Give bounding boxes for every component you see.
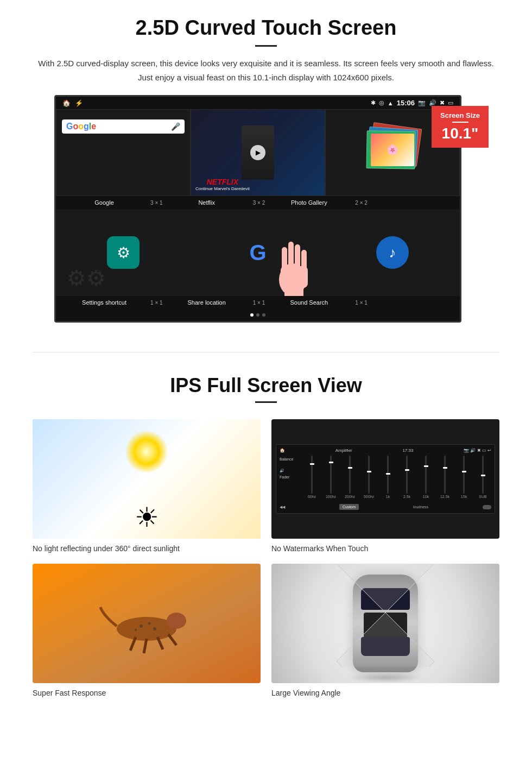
svg-point-15 [153, 627, 156, 630]
app-grid-bottom: ⚙ ⚙⚙ G [56, 209, 460, 296]
google-search-bar[interactable]: Google 🎤 [62, 119, 185, 134]
amp-bar-thumb-3[interactable] [348, 467, 352, 469]
google-g-icon: G [249, 241, 266, 265]
amp-bar-track-7 [425, 456, 427, 494]
amp-bar-thumb-8[interactable] [443, 467, 447, 469]
amp-bars: 60hz 100hz 200hz [303, 455, 491, 499]
sunlight-label: No light reflecting under 360° direct su… [33, 544, 261, 553]
netflix-logo: NETFLIX [195, 178, 250, 186]
settings-ghost-icons: ⚙⚙ [67, 266, 106, 291]
sun-rays [125, 430, 168, 474]
curved-screen-section: 2.5D Curved Touch Screen With 2.5D curve… [0, 0, 532, 336]
amp-fader-label: Fader [280, 475, 301, 479]
amp-footer: ◀◀ Custom loudness [280, 504, 491, 510]
amp-bar-200hz: 200hz [341, 456, 358, 499]
gallery-stack: 🌸 [365, 125, 420, 180]
svg-point-14 [148, 622, 151, 625]
page-dot-1[interactable] [250, 313, 254, 317]
feature-cheetah: Super Fast Response [33, 564, 261, 697]
google-logo: Google [66, 122, 96, 131]
play-button[interactable]: ▶ [250, 145, 265, 160]
settings-app-size: 1 × 1 [150, 300, 163, 306]
sunlight-image: ☀ [33, 419, 261, 539]
svg-line-10 [144, 639, 147, 653]
amp-ui: 🏠 Amplifier 17:33 📷 🔊 ✖ ▭ ↩ Balance 🔊 Fa… [276, 444, 495, 514]
amplifier-image: 🏠 Amplifier 17:33 📷 🔊 ✖ ▭ ↩ Balance 🔊 Fa… [271, 419, 499, 539]
amp-bar-thumb-10[interactable] [481, 475, 485, 476]
amp-bar-thumb-5[interactable] [386, 473, 390, 475]
feature-amplifier: 🏠 Amplifier 17:33 📷 🔊 ✖ ▭ ↩ Balance 🔊 Fa… [271, 419, 499, 553]
page-dots [56, 309, 460, 321]
settings-app-cell[interactable]: ⚙ ⚙⚙ [56, 209, 191, 296]
svg-rect-6 [284, 285, 303, 296]
badge-title: Screen Size [440, 111, 480, 119]
sun-flare: ☀ [135, 502, 159, 533]
amp-main: Balance 🔊 Fader 60hz 100hz [280, 455, 491, 504]
amp-back-icon: ◀◀ [280, 505, 285, 509]
device-screen: 🏠 ⚡ ✱ ◎ ▲ 15:06 📷 🔊 ✖ ▭ [54, 95, 461, 323]
share-location-cell[interactable]: G [191, 209, 325, 296]
status-bar: 🏠 ⚡ ✱ ◎ ▲ 15:06 📷 🔊 ✖ ▭ [56, 97, 460, 109]
device-mockup: Screen Size 10.1" 🏠 ⚡ ✱ ◎ ▲ 15:06 📷 🔊 ✖ [54, 95, 478, 323]
amp-bar-500hz: 500hz [360, 456, 377, 499]
usb-icon: ⚡ [75, 99, 83, 107]
amp-bar-thumb-4[interactable] [367, 471, 371, 472]
cheetah-svg [92, 591, 201, 656]
ips-section: IPS Full Screen View ☀ No light reflecti… [0, 369, 532, 714]
amp-speaker-icon: 🔊 [280, 469, 301, 473]
page-dot-3[interactable] [262, 313, 265, 317]
app-labels-top: Google 3 × 1 Netflix 3 × 2 Photo Gallery… [56, 196, 460, 209]
google-app-label: Google [60, 199, 148, 206]
badge-size: 10.1" [440, 125, 480, 142]
amp-bar-track-10 [482, 456, 484, 494]
status-bar-left: 🏠 ⚡ [62, 99, 83, 107]
location-icon: ◎ [379, 99, 384, 106]
netflix-subtitle: Continue Marvel's Daredevil [195, 186, 250, 191]
section1-title: 2.5D Curved Touch Screen [33, 16, 499, 40]
amp-bar-track-9 [463, 456, 465, 494]
amp-time: 17:33 [402, 448, 413, 453]
amp-bar-thumb-9[interactable] [462, 471, 466, 472]
amp-bar-1k: 1k [379, 456, 396, 499]
amp-bar-track-8 [444, 456, 446, 494]
amp-side-labels: Balance 🔊 Fader [280, 455, 301, 504]
cheetah-label: Super Fast Response [33, 689, 261, 697]
amp-loudness-toggle[interactable] [483, 505, 491, 509]
car-label: Large Viewing Angle [271, 689, 499, 697]
amp-bar-track-3 [349, 456, 351, 494]
section2-underline [255, 401, 277, 403]
amp-header: 🏠 Amplifier 17:33 📷 🔊 ✖ ▭ ↩ [280, 448, 491, 453]
page-dot-2[interactable] [256, 313, 259, 317]
bluetooth-icon: ✱ [371, 99, 376, 106]
amp-bar-100hz: 100hz [322, 456, 339, 499]
gallery-main-image: 🌸 [371, 134, 414, 166]
amp-bar-track-4 [368, 456, 370, 494]
svg-rect-5 [281, 266, 308, 288]
section-divider [33, 352, 499, 352]
cheetah-image [33, 564, 261, 683]
home-icon[interactable]: 🏠 [62, 99, 71, 107]
amp-bar-sub: SUB [474, 456, 491, 499]
signal-icon: ▲ [388, 100, 394, 106]
amp-bar-thumb-1[interactable] [310, 463, 314, 465]
share-app-label: Share location [163, 299, 251, 306]
mic-icon[interactable]: 🎤 [171, 122, 180, 131]
sound-search-cell[interactable]: ♪ [325, 209, 460, 296]
settings-app-label: Settings shortcut [60, 299, 148, 306]
amp-custom-button[interactable]: Custom [339, 504, 359, 510]
sound-app-label: Sound Search [265, 299, 353, 306]
amp-bar-thumb-2[interactable] [329, 462, 333, 463]
amp-bar-thumb-7[interactable] [424, 465, 428, 467]
amp-bar-thumb-6[interactable] [405, 469, 409, 471]
amp-bar-track-6 [406, 456, 408, 494]
amplifier-label: No Watermarks When Touch [271, 544, 499, 553]
cheetah-visual [33, 564, 261, 683]
car-shadow [347, 672, 423, 683]
viewing-angle-svg [331, 564, 440, 667]
netflix-overlay: NETFLIX Continue Marvel's Daredevil [195, 178, 250, 191]
car-top-view-wrapper [353, 575, 418, 672]
google-app-cell[interactable]: Google 🎤 [56, 109, 191, 196]
amp-bar-track-1 [311, 456, 313, 494]
camera-icon: 📷 [418, 99, 426, 106]
netflix-app-cell[interactable]: ▶ NETFLIX Continue Marvel's Daredevil [191, 109, 325, 196]
